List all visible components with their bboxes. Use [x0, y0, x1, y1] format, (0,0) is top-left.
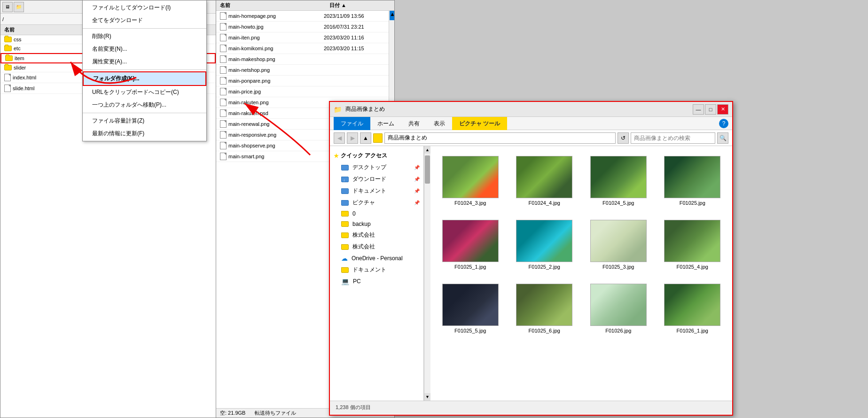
context-menu-copy-url[interactable]: URLをクリップボードへコピー(C): [83, 86, 206, 99]
file-item-f01025-4[interactable]: F01025_4.jpg: [658, 216, 727, 274]
file-item-f01025-2[interactable]: F01025_2.jpg: [510, 216, 579, 274]
file-thumb-f01026-1: [664, 284, 720, 326]
address-input[interactable]: [384, 132, 616, 144]
context-menu-refresh[interactable]: 最新の情報に更新(F): [83, 127, 206, 140]
search-button[interactable]: 🔍: [717, 132, 728, 144]
toolbar-icon-1[interactable]: 🖥: [2, 2, 13, 12]
file-item-f01024-4[interactable]: F01024_4.jpg: [510, 152, 579, 210]
file-icon-2: [220, 23, 227, 31]
star-icon: ★: [334, 153, 339, 159]
file-icon-8: [220, 88, 227, 95]
file-item-f01024-5[interactable]: F01024_5.jpg: [584, 152, 653, 210]
context-menu-mkdir[interactable]: フォルダ作成(K)...: [83, 71, 206, 86]
sidebar-item-company2[interactable]: 株式会社: [330, 241, 423, 253]
file-item-f01026-1[interactable]: F01026_1.jpg: [658, 279, 727, 338]
quick-access-header[interactable]: ★ クイック アクセス: [330, 150, 423, 162]
nav-up-button[interactable]: ▲: [360, 132, 371, 144]
file-icon-14: [220, 153, 227, 160]
file-thumb-f01024-5: [590, 156, 647, 198]
explorer-sidebar: ★ クイック アクセス デスクトップ 📌 ↓ ダウンロード 📌: [330, 146, 424, 401]
scroll-thumb-up: ▲: [390, 11, 394, 20]
sidebar-item-company1[interactable]: 株式会社: [330, 229, 423, 241]
help-button[interactable]: ?: [719, 119, 728, 128]
file-icon-index: [4, 74, 11, 81]
ftp-right-col-header: 名前 日付 ▲: [216, 0, 394, 11]
address-folder-icon: [373, 133, 383, 143]
ftp-right-col-date-label: 日付 ▲: [329, 2, 391, 9]
sidebar-item-pc[interactable]: 💻 PC: [330, 276, 423, 287]
tab-home[interactable]: ホーム: [370, 117, 401, 130]
explorer-title-left: 📁 商品画像まとめ: [334, 105, 385, 113]
tab-file[interactable]: ファイル: [334, 117, 370, 130]
close-button[interactable]: ✕: [717, 104, 728, 115]
file-thumb-f01025-3: [590, 220, 647, 262]
file-icon-5: [220, 55, 227, 63]
context-menu-delete[interactable]: 削除(R): [83, 30, 206, 43]
ftp-right-file-7[interactable]: main-ponpare.png: [216, 76, 389, 86]
file-label-f01025-1: F01025_1.jpg: [454, 264, 486, 270]
context-menu-download-all[interactable]: 全てをダウンロード: [83, 14, 206, 27]
ftp-right-file-1[interactable]: main-homepage.png 2023/11/09 13:56: [216, 11, 389, 22]
sidebar-item-onedrive[interactable]: ☁ OneDrive - Personal: [330, 253, 423, 264]
search-input[interactable]: [631, 132, 715, 144]
nav-forward-button[interactable]: ▶: [347, 132, 358, 144]
sidebar-item-backup[interactable]: backup: [330, 219, 423, 229]
tab-share[interactable]: 共有: [401, 117, 427, 130]
file-label-f01025-4: F01025_4.jpg: [677, 264, 708, 270]
context-menu-rename[interactable]: 名前変更(N)...: [83, 43, 206, 55]
minimize-button[interactable]: —: [693, 104, 704, 115]
tab-picture-tools[interactable]: ピクチャ ツール: [452, 117, 507, 130]
ftp-right-file-3[interactable]: main-iten.png 2023/03/20 11:16: [216, 32, 389, 43]
file-thumb-f01024-3: [442, 156, 499, 198]
sidebar-item-onedrive-label: OneDrive - Personal: [352, 255, 403, 262]
scroll-up-btn[interactable]: ▲: [424, 146, 430, 154]
file-item-f01024-3[interactable]: F01024_3.jpg: [436, 152, 505, 210]
scroll-down-btn[interactable]: ▼: [424, 393, 430, 401]
pin-icon-download: 📌: [414, 177, 420, 182]
file-item-f01025-1[interactable]: F01025_1.jpg: [436, 216, 505, 274]
file-item-f01025[interactable]: F01025.jpg: [658, 152, 727, 210]
sidebar-item-onedrive-docs[interactable]: ドキュメント: [330, 264, 423, 276]
ftp-right-file-5[interactable]: main-makeshop.png: [216, 54, 389, 65]
folder-icon-pictures: [341, 200, 349, 206]
refresh-button[interactable]: ↺: [618, 132, 629, 144]
file-item-f01026[interactable]: F01026.jpg: [584, 279, 653, 338]
ftp-right-file-6[interactable]: main-netshop.png: [216, 65, 389, 76]
context-menu-calc-size[interactable]: ファイル容量計算(Z): [83, 115, 206, 127]
context-menu-properties[interactable]: 属性変更(A)...: [83, 55, 206, 68]
file-thumb-f01025-5: [442, 284, 499, 326]
file-label-f01025-5: F01025_5.jpg: [454, 328, 486, 333]
ftp-right-file-7-name: main-ponpare.png: [228, 78, 385, 84]
toolbar-icon-2[interactable]: 📁: [14, 2, 24, 12]
ftp-right-file-1-date: 2023/11/09 13:56: [324, 13, 385, 19]
file-item-f01025-3[interactable]: F01025_3.jpg: [584, 216, 653, 274]
sidebar-item-0-label: 0: [352, 210, 356, 217]
pin-icon-documents: 📌: [414, 188, 420, 194]
tab-view[interactable]: 表示: [427, 117, 452, 130]
sidebar-item-download[interactable]: ↓ ダウンロード 📌: [330, 173, 423, 185]
file-icon-13: [220, 142, 227, 149]
sidebar-scrollbar[interactable]: ▲ ▼: [424, 146, 430, 401]
ftp-file-slide-label: slide.html: [13, 85, 34, 91]
file-item-f01025-5[interactable]: F01025_5.jpg: [436, 279, 505, 338]
ftp-right-file-4[interactable]: main-komikomi.png 2023/03/20 11:15: [216, 43, 389, 54]
context-menu-move-up[interactable]: 一つ上のフォルダへ移動(P)...: [83, 99, 206, 111]
ftp-address: /: [2, 16, 4, 22]
sidebar-item-documents[interactable]: ドキュメント 📌: [330, 185, 423, 197]
sidebar-item-company1-label: 株式会社: [352, 231, 375, 239]
sidebar-item-desktop[interactable]: デスクトップ 📌: [330, 162, 423, 173]
sidebar-item-0[interactable]: 0: [330, 209, 423, 219]
ftp-right-file-2[interactable]: main-howto.jpg 2016/07/31 23:21: [216, 22, 389, 32]
quick-access-label: クイック アクセス: [341, 152, 387, 160]
folder-icon-0: [341, 211, 349, 217]
nav-back-button[interactable]: ◀: [334, 132, 345, 144]
ftp-right-file-8[interactable]: main-price.jpg: [216, 86, 389, 97]
context-menu-download-file[interactable]: ファイルとしてダウンロード(I): [83, 1, 206, 14]
pin-icon-desktop: 📌: [414, 165, 420, 170]
maximize-button[interactable]: □: [705, 104, 716, 115]
sidebar-item-onedrive-docs-label: ドキュメント: [352, 266, 386, 274]
ftp-status-transfer: 転送待ちファイル: [255, 410, 296, 417]
file-item-f01025-6[interactable]: F01025_6.jpg: [510, 279, 579, 338]
explorer-statusbar: 1,238 個の項目: [330, 401, 732, 414]
sidebar-item-pictures[interactable]: ピクチャ 📌: [330, 197, 423, 209]
